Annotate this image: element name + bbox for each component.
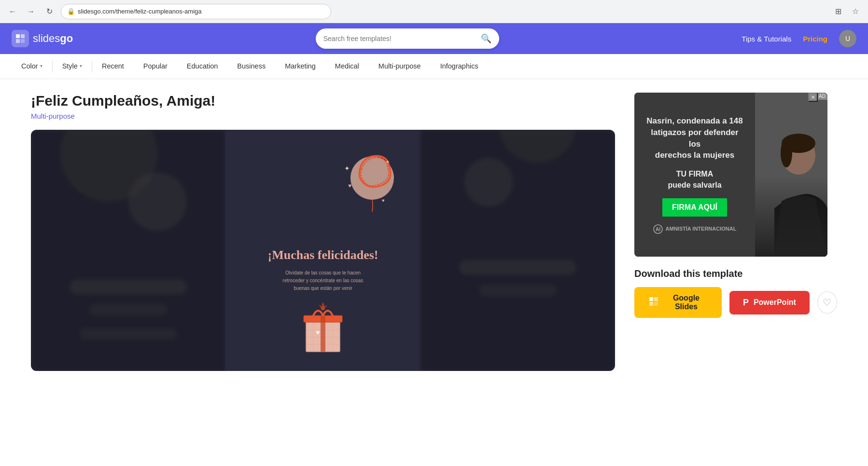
svg-rect-29 [459,260,576,274]
content-left: ¡Feliz Cumpleaños, Amiga! Multi-purpose [31,93,615,371]
pricing-link[interactable]: Pricing [803,35,827,43]
logo-icon [12,30,29,47]
svg-rect-37 [649,297,653,301]
cat-education[interactable]: Education [177,54,228,79]
svg-rect-39 [649,302,653,306]
powerpoint-button[interactable]: P PowerPoint [729,291,810,315]
slide-subtitle: Olvídate de las cosas que te hacen retro… [280,269,366,292]
svg-text:✦: ✦ [344,164,350,172]
svg-point-28 [464,158,513,206]
template-preview: ♥ ♥ ✦ ✦ ¡Muchas felicidades! Olvídate de… [31,130,615,371]
forward-icon: → [27,7,35,16]
svg-rect-7 [70,279,187,294]
svg-text:♥: ♥ [348,182,351,189]
svg-rect-8 [89,304,167,315]
svg-rect-38 [654,297,658,301]
forward-button[interactable]: → [24,5,38,18]
svg-rect-3 [21,39,25,43]
color-dropdown-arrow: ▾ [40,63,42,69]
refresh-button[interactable]: ↻ [42,5,56,18]
search-icon: 🔍 [481,34,491,43]
translate-icon: ⊞ [835,7,841,16]
ad-firma-button[interactable]: FIRMA AQUÍ [662,198,727,217]
search-input[interactable] [323,35,477,42]
cat-multipurpose[interactable]: Multi-purpose [369,54,431,79]
bookmark-button[interactable]: ☆ [849,5,862,18]
site-header: slidesgo 🔍 Tips & Tutorials Pricing U [0,23,868,54]
category-nav: Color ▾ Style ▾ Recent Popular Education… [0,54,868,79]
svg-point-6 [128,173,187,231]
cat-medical[interactable]: Medical [325,54,369,79]
cat-marketing[interactable]: Marketing [275,54,325,79]
google-slides-button[interactable]: Google Slides [634,287,722,318]
header-nav: Tips & Tutorials Pricing U [742,30,856,47]
ad-content: Nasrin, condenada a 148 latigazos por de… [634,93,827,257]
svg-rect-23 [321,315,325,352]
svg-rect-1 [21,34,25,38]
avatar-initials: U [845,35,850,42]
ad-headline: Nasrin, condenada a 148 latigazos por de… [644,115,745,161]
heart-icon: ♡ [823,297,831,308]
bookmark-icon: ☆ [852,7,859,16]
svg-rect-2 [16,39,20,43]
ad-label: AD [817,93,827,100]
cat-popular[interactable]: Popular [134,54,177,79]
tips-tutorials-link[interactable]: Tips & Tutorials [742,35,791,43]
refresh-icon: ↻ [46,7,53,16]
cat-infographics[interactable]: Infographics [431,54,488,79]
google-slides-icon [648,296,659,309]
content-right: AD ✕ Nasrin, condenada a 148 latigazos p… [634,93,837,371]
logo[interactable]: slidesgo [12,30,73,47]
download-title: Download this template [634,268,837,279]
download-buttons: Google Slides P PowerPoint ♡ [634,287,837,318]
page-subtitle[interactable]: Multi-purpose [31,112,615,120]
ad-container: AD ✕ Nasrin, condenada a 148 latigazos p… [634,93,827,257]
page-title: ¡Feliz Cumpleaños, Amiga! [31,93,615,109]
svg-rect-40 [654,302,658,306]
search-button[interactable]: 🔍 [481,33,491,44]
search-box[interactable]: 🔍 [316,28,499,49]
preview-grid: ♥ ♥ ✦ ✦ ¡Muchas felicidades! Olvídate de… [31,130,615,371]
url-text: slidesgo.com/theme/feliz-cumpleanos-amig… [78,8,202,15]
favorite-button[interactable]: ♡ [817,291,837,314]
svg-text:✦: ✦ [386,159,390,164]
svg-point-36 [781,138,792,167]
main-content: ¡Feliz Cumpleaños, Amiga! Multi-purpose [0,79,868,371]
ad-person-image [755,93,827,257]
header-search: 🔍 [81,28,734,49]
download-section: Download this template Google Slides P [634,268,837,318]
svg-text:♥: ♥ [382,198,385,203]
ad-text-side: Nasrin, condenada a 148 latigazos por de… [634,93,755,257]
cat-recent[interactable]: Recent [92,54,134,79]
svg-text:AI: AI [656,227,660,232]
svg-rect-30 [479,285,557,296]
logo-text: slidesgo [33,32,73,45]
user-avatar[interactable]: U [839,30,856,47]
style-dropdown-arrow: ▾ [80,63,82,69]
svg-rect-26 [420,130,615,371]
svg-text:♥: ♥ [316,329,320,336]
svg-rect-9 [80,328,177,340]
browser-actions: ⊞ ☆ [831,5,862,18]
ad-close-button[interactable]: ✕ [808,93,818,102]
preview-slide-center: ♥ ♥ ✦ ✦ ¡Muchas felicidades! Olvídate de… [225,130,420,371]
translate-button[interactable]: ⊞ [831,5,845,18]
cat-color[interactable]: Color ▾ [12,54,52,79]
cat-business[interactable]: Business [227,54,275,79]
address-bar[interactable]: 🔒 slidesgo.com/theme/feliz-cumpleanos-am… [61,4,331,19]
cat-style[interactable]: Style ▾ [53,54,92,79]
powerpoint-icon: P [743,298,749,308]
browser-bar: ← → ↻ 🔒 slidesgo.com/theme/feliz-cumplea… [0,0,868,23]
ad-org: AI AMNISTÍA INTERNACIONAL [653,224,737,234]
back-icon: ← [9,7,16,16]
svg-rect-0 [16,34,20,38]
ad-subheadline: TU FIRMA puede salvarla [668,169,721,191]
preview-slide-left [31,130,225,371]
lock-icon: 🔒 [67,8,75,15]
preview-slide-right [420,130,615,371]
slide-main-title: ¡Muchas felicidades! [268,247,378,263]
back-button[interactable]: ← [6,5,19,18]
